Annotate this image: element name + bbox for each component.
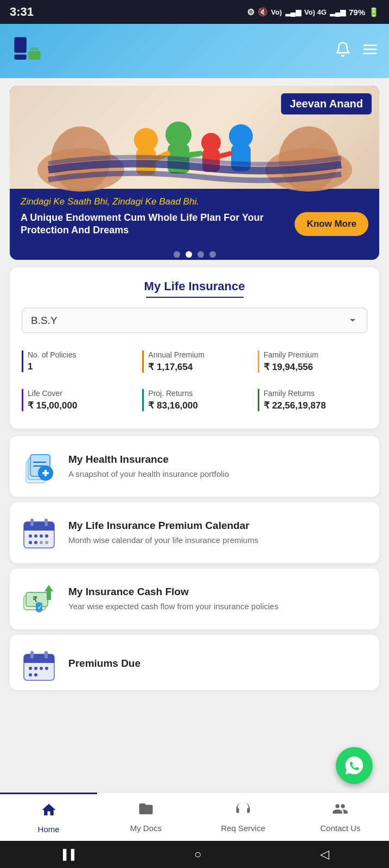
family-returns-cell: Family Returns ₹ 22,56,19,878 — [252, 382, 367, 417]
nav-item-my-docs[interactable]: My Docs — [97, 793, 194, 841]
svg-point-41 — [40, 541, 43, 544]
premiums-due-title: Premiums Due — [68, 658, 369, 669]
system-back-icon[interactable]: ◁ — [304, 843, 346, 866]
svg-point-57 — [29, 673, 32, 676]
premiums-due-card[interactable]: Premiums Due — [10, 635, 379, 690]
health-insurance-desc: A snapshot of your health insurance port… — [68, 468, 369, 480]
status-icons: ⚙ 🔇 Vo) ▂▄▆ Vo) 4G ▂▄▆ 79% 🔋 — [247, 7, 379, 17]
annual-premium-cell: Annual Premium ₹ 1,17,654 — [137, 344, 252, 378]
banner-tagline: Zindagi Ke Saath Bhi, Zindagi Ke Baad Bh… — [21, 196, 368, 207]
banner-pagination-dots — [10, 246, 379, 260]
svg-line-20 — [188, 154, 200, 155]
svg-point-38 — [45, 534, 48, 538]
life-cover-label: Life Cover — [28, 389, 133, 398]
system-home-icon[interactable]: ○ — [178, 843, 218, 866]
proj-returns-label: Proj. Returns — [148, 389, 248, 398]
premiums-due-text: Premiums Due — [68, 658, 369, 672]
svg-point-58 — [34, 673, 37, 676]
cash-flow-text: My Insurance Cash Flow Year wise expecte… — [68, 586, 369, 612]
signal-bars-1-icon: ▂▄▆ — [285, 8, 301, 16]
family-premium-cell: Family Premium ₹ 19,94,556 — [252, 344, 367, 378]
svg-rect-32 — [24, 526, 54, 531]
contact-icon — [332, 801, 348, 821]
svg-text:✓: ✓ — [37, 604, 42, 610]
health-insurance-title: My Health Insurance — [68, 454, 369, 465]
proj-returns-cell: Proj. Returns ₹ 83,16,000 — [137, 382, 252, 417]
nav-item-home[interactable]: Home — [0, 793, 97, 841]
calendar-icon-wrap — [20, 513, 59, 552]
status-bar: 3:31 ⚙ 🔇 Vo) ▂▄▆ Vo) 4G ▂▄▆ 79% 🔋 — [0, 0, 389, 24]
annual-premium-label: Annual Premium — [148, 350, 248, 359]
svg-point-37 — [40, 534, 43, 538]
signal-lte1-icon: Vo) — [271, 8, 282, 16]
svg-point-55 — [40, 667, 43, 670]
banner-content-area: Zindagi Ke Saath Bhi, Zindagi Ke Baad Bh… — [10, 189, 379, 246]
contact-us-nav-label: Contact Us — [320, 824, 360, 833]
home-icon — [41, 802, 57, 822]
system-recents-icon[interactable]: ▐▐ — [43, 845, 92, 865]
battery-indicator: 🔋 — [368, 7, 379, 17]
svg-rect-33 — [30, 519, 34, 526]
premium-calendar-text: My Life Insurance Premium Calendar Month… — [68, 520, 369, 546]
family-returns-value: ₹ 22,56,19,878 — [264, 400, 364, 411]
my-docs-nav-label: My Docs — [130, 824, 162, 833]
header-action-icons — [335, 41, 378, 61]
no-of-policies-cell: No. of Policies 1 — [22, 344, 137, 378]
nav-item-contact-us[interactable]: Contact Us — [292, 793, 389, 841]
whatsapp-fab-button[interactable] — [336, 747, 373, 784]
family-premium-value: ₹ 19,94,556 — [264, 361, 364, 373]
svg-rect-52 — [44, 651, 48, 659]
health-icon-wrap — [20, 447, 59, 486]
svg-rect-0 — [14, 37, 26, 53]
status-time: 3:31 — [10, 5, 34, 19]
headset-icon — [235, 801, 251, 821]
cash-flow-title: My Insurance Cash Flow — [68, 586, 369, 598]
know-more-button[interactable]: Know More — [295, 212, 368, 236]
life-insurance-card: My Life Insurance B.S.Y No. of Policies … — [10, 267, 379, 429]
premium-calendar-desc: Month wise calendar of your life insuran… — [68, 534, 369, 546]
svg-rect-51 — [30, 651, 34, 659]
folder-icon — [138, 801, 154, 821]
health-insurance-card[interactable]: My Health Insurance A snapshot of your h… — [10, 436, 379, 497]
no-of-policies-value: 1 — [28, 361, 133, 372]
no-of-policies-label: No. of Policies — [28, 350, 133, 359]
life-cover-value: ₹ 15,00,000 — [28, 400, 133, 411]
family-premium-label: Family Premium — [264, 350, 364, 359]
promo-banner: Jeevan Anand — [10, 86, 379, 260]
family-returns-label: Family Returns — [264, 389, 364, 398]
svg-line-21 — [220, 154, 230, 156]
nav-item-req-service[interactable]: Req Service — [195, 793, 292, 841]
app-header — [0, 24, 389, 78]
app-logo — [11, 32, 49, 70]
svg-rect-34 — [44, 519, 48, 526]
req-service-nav-label: Req Service — [221, 824, 265, 833]
banner-product-name: Jeevan Anand — [281, 93, 372, 114]
policy-selector[interactable]: B.S.Y — [22, 308, 367, 333]
svg-point-42 — [45, 541, 48, 544]
svg-rect-29 — [44, 470, 47, 476]
premium-calendar-card[interactable]: My Life Insurance Premium Calendar Month… — [10, 502, 379, 563]
bottom-navigation: Home My Docs Req Service Contact Us — [0, 792, 389, 841]
cashflow-icon-wrap: ₹ ✓ — [20, 579, 59, 618]
signal-bars-2-icon: ▂▄▆ — [330, 8, 346, 16]
notification-bell-icon[interactable] — [335, 41, 351, 61]
svg-point-36 — [34, 534, 37, 538]
cash-flow-card[interactable]: ₹ ✓ My Insurance Cash Flow Year wise exp… — [10, 569, 379, 629]
premiums-due-icon-wrap — [20, 646, 59, 685]
system-nav-bar: ▐▐ ○ ◁ — [0, 841, 389, 868]
health-insurance-text: My Health Insurance A snapshot of your h… — [68, 454, 369, 480]
life-cover-cell: Life Cover ₹ 15,00,000 — [22, 382, 137, 417]
hamburger-menu-icon[interactable] — [362, 41, 378, 61]
svg-point-13 — [165, 122, 192, 148]
svg-point-40 — [34, 541, 37, 544]
proj-returns-value: ₹ 83,16,000 — [148, 400, 248, 411]
svg-rect-1 — [14, 54, 26, 60]
svg-rect-2 — [28, 51, 40, 60]
svg-point-53 — [29, 667, 32, 670]
title-underline — [146, 297, 244, 298]
svg-point-54 — [34, 667, 37, 670]
banner-desc-row: A Unique Endowment Cum Whole Life Plan F… — [21, 212, 368, 237]
banner-image-area: Jeevan Anand — [10, 86, 379, 189]
dot-2 — [186, 251, 192, 258]
signal-lte2-icon: Vo) 4G — [304, 8, 327, 16]
